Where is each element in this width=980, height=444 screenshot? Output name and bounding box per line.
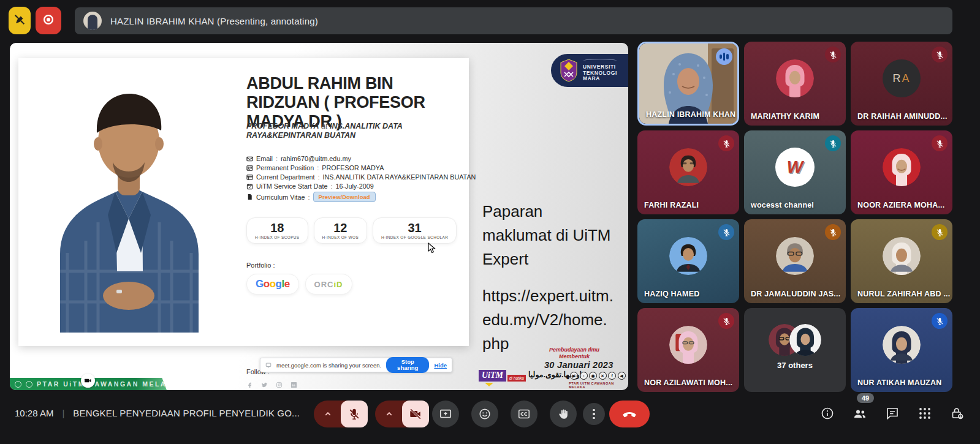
participant-tile[interactable]: DR JAMALUDDIN JAS... [744,219,846,303]
reactions-button[interactable] [471,401,498,427]
uitm-di-hatiku-logo: UiTM di hatiku [479,370,526,382]
avatar-channel-logo: W [775,148,815,187]
participant-tile[interactable]: HAZLIN IBRAHIM KHAN [637,42,739,126]
lock-icon [950,406,965,421]
participant-name: DR JAMALUDDIN JAS... [751,290,840,298]
detail-label: Permanent Position [256,164,314,171]
jawi-calligraphy [583,59,617,63]
stat-value: 31 [381,221,448,235]
detail-label: Current Department [256,173,314,181]
more-options-button[interactable] [583,403,605,425]
avatar [883,148,921,186]
mic-off-badge [825,135,841,151]
recording-indicator-button[interactable] [36,7,61,34]
ribbon-logo-icon [26,381,32,388]
host-controls-button[interactable] [949,405,965,421]
participant-tile[interactable]: RA DR RAIHAH AMINUDD... [851,42,952,126]
meeting-details-button[interactable] [819,405,835,421]
activities-button[interactable] [917,405,933,421]
participant-name: FARHI RAZALI [644,201,699,209]
facebook-icon[interactable] [246,382,253,388]
record-icon [42,13,55,29]
cv-preview-download-button[interactable]: Preview/Download [313,192,376,202]
raise-hand-icon [556,407,570,421]
linkedin-icon[interactable] [291,382,297,388]
participant-tile[interactable]: NOOR AZIERA MOHA... [851,130,952,214]
slide-taglines: Pembudayaan Ilmu Membentuk [534,347,614,359]
stat-label: H-INDEX OF WOS [322,235,359,239]
participant-tile[interactable]: W wocesst channel [744,130,846,214]
meeting-title: BENGKEL PENYEDIAAN PROFIL PENYELIDIK GO.… [73,408,300,418]
screen-share-icon [265,362,272,368]
google-scholar-link[interactable]: Google [246,274,299,295]
audio-speaking-indicator [716,48,732,65]
participant-tile[interactable]: HAZIQ HAMED [637,219,739,303]
annotation-heading: Paparan maklumat di UiTM Expert [482,200,613,271]
stat-label: H-INDEX OF SCOPUS [255,235,300,239]
shared-screen-stage: ABDUL RAHIM BIN RIDZUAN ( PROFESOR MADYA… [10,43,628,390]
twitter-icon[interactable] [261,382,268,388]
mic-off-badge [718,313,734,329]
others-avatars [769,324,821,356]
meeting-info: 10:28 AM | BENGKEL PENYEDIAAN PROFIL PEN… [15,408,300,418]
orcid-logo: ORCiD [314,280,343,289]
avatar [669,148,707,186]
uitm-wordmark: UiTM [479,370,506,382]
participant-name: NOR AZILAWATI MOH... [644,378,732,387]
ribbon-logo-icon [15,381,21,388]
participant-name: DR RAIHAH AMINUDD... [857,112,948,121]
profile-photo [25,69,233,335]
participant-name: wocesst channel [751,201,814,209]
camera-off-button[interactable] [402,401,429,427]
stat-value: 18 [255,221,300,235]
detail-label: UiTM Service Start Date [256,182,327,190]
google-logo: Google [256,278,290,290]
emoji-icon [478,407,492,421]
participant-tile[interactable]: NOR AZILAWATI MOH... [637,308,739,392]
mic-options-chevron-icon[interactable] [317,401,338,427]
file-icon [246,194,253,200]
participant-tile[interactable]: NURUL ZAHIRAH ABD ... [851,219,952,303]
detail-label: Email [256,155,273,162]
date-annotation: 30 Januari 2023 [544,360,613,370]
portfolio-label: Portfolio : [246,262,275,269]
mic-control[interactable] [314,401,368,427]
uitm-wedge [485,383,493,386]
camera-control[interactable] [375,401,429,427]
participant-tile[interactable]: NUR ATIKAH MAUZAN [851,308,952,392]
hide-share-bar-link[interactable]: Hide [434,362,447,369]
detail-value: INS.ANALITIK DATA RAYA&KEPINTARAN BUATAN [322,173,476,181]
participant-tile-others[interactable]: 37 others [744,308,846,392]
leave-call-button[interactable] [609,401,650,427]
tiktok-icon: ♪ [580,372,588,380]
meet-window: HAZLIN IBRAHIM KHAN (Presenting, annotat… [0,0,980,444]
detail-row-email: Email:rahim670@uitm.edu.my [246,155,465,162]
people-panel-button[interactable]: 49 [852,405,868,421]
camera-off-icon [409,407,422,421]
present-screen-button[interactable] [432,401,459,427]
orcid-link[interactable]: ORCiD [305,274,352,295]
stat-value: 12 [322,221,359,235]
detail-value: rahim670@uitm.edu.my [281,155,351,162]
chat-panel-button[interactable] [884,405,900,421]
mic-off-badge [718,224,734,240]
camera-options-chevron-icon[interactable] [379,401,400,427]
participant-tile[interactable]: MARIATHY KARIM [744,42,846,126]
screen-share-bar: meet.google.com is sharing your screen. … [260,358,452,372]
instagram-icon[interactable] [276,382,283,388]
raise-hand-button[interactable] [550,401,577,427]
participant-name: HAZLIN IBRAHIM KHAN [646,110,735,119]
presenter-banner[interactable]: HAZLIN IBRAHIM KHAN (Presenting, annotat… [75,7,952,34]
participant-name: NURUL ZAHIRAH ABD ... [857,290,950,298]
right-panel-controls: 49 [819,405,965,421]
participant-tile[interactable]: FARHI RAZALI [637,130,739,214]
mic-muted-button[interactable] [341,401,368,427]
captions-button[interactable] [511,401,537,427]
avatar [883,326,921,364]
camera-icon [84,377,92,385]
instagram-circle-icon: ◉ [589,372,597,380]
stop-sharing-button[interactable]: Stop sharing [386,357,429,373]
facebook-circle-icon: f [608,372,616,380]
ribbon-text: PTAR UiTM CAWANGAN MELAKA [37,380,167,388]
annotation-off-button[interactable] [9,7,31,34]
